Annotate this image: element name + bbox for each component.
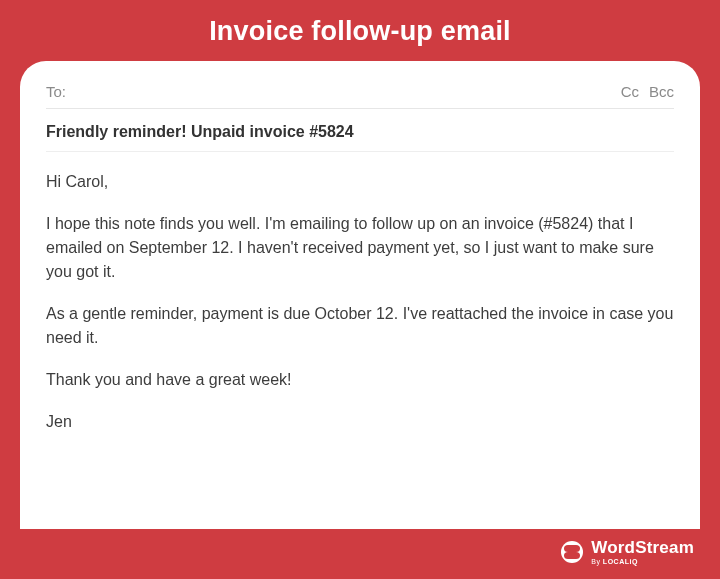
- brand-name: WordStream: [591, 539, 694, 556]
- signoff: Jen: [46, 410, 674, 434]
- email-template-frame: Invoice follow-up email To: Cc Bcc Frien…: [0, 0, 720, 579]
- bcc-label[interactable]: Bcc: [649, 83, 674, 100]
- body-paragraph-3: Thank you and have a great week!: [46, 368, 674, 392]
- email-header-row: To: Cc Bcc: [46, 77, 674, 109]
- to-label: To:: [46, 83, 66, 100]
- brand-text: WordStream By LOCALiQ: [591, 539, 694, 565]
- brand-footer: WordStream By LOCALiQ: [20, 529, 700, 565]
- brand-subline: By LOCALiQ: [591, 558, 694, 565]
- cc-label[interactable]: Cc: [621, 83, 639, 100]
- email-body: Hi Carol, I hope this note finds you wel…: [46, 152, 674, 434]
- body-paragraph-1: I hope this note finds you well. I'm ema…: [46, 212, 674, 284]
- greeting: Hi Carol,: [46, 170, 674, 194]
- body-paragraph-2: As a gentle reminder, payment is due Oct…: [46, 302, 674, 350]
- email-card: To: Cc Bcc Friendly reminder! Unpaid inv…: [20, 61, 700, 529]
- wordstream-logo-icon: [561, 541, 583, 563]
- email-subject: Friendly reminder! Unpaid invoice #5824: [46, 109, 674, 152]
- template-title: Invoice follow-up email: [20, 0, 700, 61]
